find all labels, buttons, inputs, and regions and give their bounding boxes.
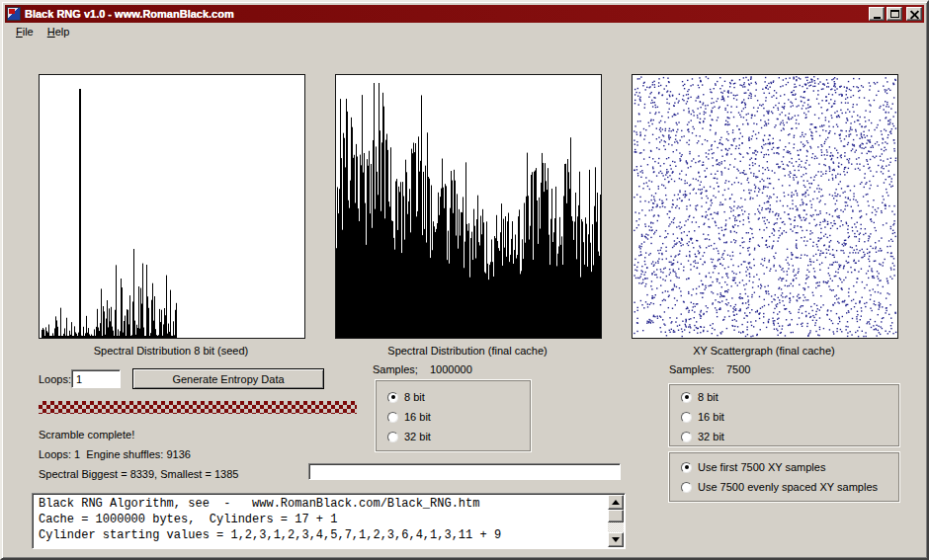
arrow-up-icon (612, 500, 620, 505)
scatter-samples-row: Samples: 7500 (669, 363, 750, 375)
final-samples-label: Samples; (373, 363, 430, 375)
radio-16-bit[interactable]: 16 bit (670, 407, 898, 427)
status-spectral-range: Spectral Biggest = 8339, Smallest = 1385 (39, 468, 238, 480)
log-text: Black RNG Algorithm, see - www.RomanBlac… (35, 496, 606, 546)
final-samples-value: 1000000 (430, 363, 472, 375)
entropy-progress-bar (39, 401, 357, 414)
title-bar[interactable]: Black RNG v1.0 - www.RomanBlack.com (5, 5, 924, 23)
maximize-icon (890, 10, 899, 18)
log-line: Black RNG Algorithm, see - www.RomanBlac… (39, 496, 606, 512)
radio-label: 32 bit (698, 431, 724, 442)
final-bit-depth-group: 8 bit16 bit32 bit (376, 380, 531, 451)
maximize-button[interactable] (887, 7, 902, 21)
menu-file[interactable]: File (9, 24, 41, 40)
scroll-down-button[interactable] (608, 532, 624, 547)
log-scrollbar[interactable] (608, 495, 624, 547)
radio-icon (387, 392, 398, 403)
final-spectral-chart (335, 74, 602, 339)
minimize-icon (874, 17, 881, 19)
window-title: Black RNG v1.0 - www.RomanBlack.com (25, 8, 867, 20)
xy-scattergraph-canvas (633, 75, 897, 338)
xy-scattergraph-chart (632, 74, 898, 339)
scatter-chart-caption: XY Scattergraph (final cache) (631, 345, 897, 357)
radio-label: 16 bit (698, 411, 724, 423)
seed-spectral-chart (39, 74, 305, 339)
radio-icon (681, 412, 692, 423)
status-scramble: Scramble complete! (39, 429, 134, 440)
radio-icon (681, 432, 692, 442)
final-chart-caption: Spectral Distribution (final cache) (334, 345, 601, 357)
radio-label: 8 bit (698, 391, 718, 403)
menu-help[interactable]: Help (41, 24, 77, 40)
log-box[interactable]: Black RNG Algorithm, see - www.RomanBlac… (32, 493, 626, 549)
app-window: Black RNG v1.0 - www.RomanBlack.com File… (0, 0, 929, 560)
arrow-down-icon (612, 537, 620, 542)
status-loops-shuffles: Loops: 1 Engine shuffles: 9136 (39, 448, 191, 460)
scroll-up-button[interactable] (608, 495, 624, 510)
final-spectral-canvas (336, 75, 601, 338)
radio-8-bit[interactable]: 8 bit (377, 387, 530, 407)
radio-use-first-7500-xy-samples[interactable]: Use first 7500 XY samples (670, 457, 898, 477)
scroll-thumb[interactable] (608, 510, 624, 522)
menu-bar: FileHelp (5, 23, 924, 41)
close-icon (910, 10, 919, 19)
close-button[interactable] (906, 7, 922, 21)
radio-icon (387, 432, 398, 442)
secondary-progress-bar (308, 463, 621, 480)
radio-icon (681, 392, 692, 403)
radio-32-bit[interactable]: 32 bit (670, 427, 898, 446)
radio-label: 16 bit (404, 411, 431, 423)
scatter-samples-label: Samples: (669, 363, 726, 375)
log-line: Cylinder starting values = 1,2,3,1,2,3,4… (39, 527, 606, 543)
radio-8-bit[interactable]: 8 bit (670, 387, 898, 407)
generate-entropy-button[interactable]: Generate Entropy Data (132, 368, 324, 389)
radio-16-bit[interactable]: 16 bit (377, 407, 530, 427)
radio-32-bit[interactable]: 32 bit (377, 427, 530, 446)
scatter-samples-value: 7500 (726, 363, 750, 375)
radio-icon (681, 482, 692, 493)
radio-label: 8 bit (404, 391, 425, 403)
minimize-button[interactable] (869, 7, 885, 21)
seed-chart-caption: Spectral Distribution 8 bit (seed) (38, 345, 304, 357)
radio-label: 32 bit (404, 431, 431, 442)
scatter-sampling-group: Use first 7500 XY samplesUse 7500 evenly… (669, 452, 899, 502)
radio-label: Use first 7500 XY samples (698, 461, 825, 473)
seed-spectral-canvas (40, 75, 304, 338)
loops-label: Loops: (39, 373, 71, 385)
log-line: Cache = 1000000 bytes, Cylinders = 17 + … (39, 512, 606, 527)
final-samples-row: Samples; 1000000 (373, 363, 472, 375)
radio-icon (387, 412, 398, 423)
scatter-bit-depth-group: 8 bit16 bit32 bit (669, 384, 899, 446)
radio-icon (681, 462, 692, 473)
loops-input[interactable] (71, 369, 121, 388)
app-icon[interactable] (7, 7, 21, 21)
radio-label: Use 7500 evenly spaced XY samples (698, 481, 878, 493)
radio-use-7500-evenly-spaced-xy-samples[interactable]: Use 7500 evenly spaced XY samples (670, 477, 898, 497)
